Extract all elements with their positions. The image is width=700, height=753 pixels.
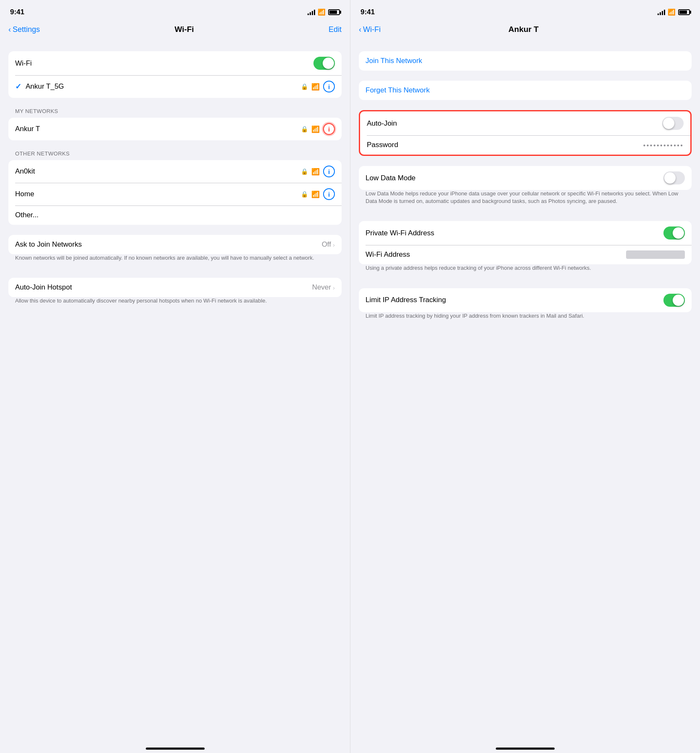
info-button-connected[interactable]: i [323,81,335,92]
private-wifi-row[interactable]: Private Wi-Fi Address [359,221,692,245]
private-wifi-label: Private Wi-Fi Address [366,229,434,237]
forget-network-row[interactable]: Forget This Network [359,81,692,100]
private-wifi-card: Private Wi-Fi Address Wi-Fi Address [359,221,692,264]
low-data-card: Low Data Mode [359,166,692,190]
low-data-row[interactable]: Low Data Mode [359,166,692,190]
chevron-right-hotspot: › [333,284,335,291]
auto-join-password-card: Auto-Join Password ●●●●●●●●●●●● [359,110,692,156]
my-networks-section: MY NETWORKS Ankur T 🔒 📶 i [8,108,342,140]
page-title-wifi: Wi-Fi [174,25,194,34]
ask-to-join-label: Ask to Join Networks [15,240,82,249]
chevron-left-icon-right: ‹ [359,25,361,34]
page-title-ankur-t: Ankur T [508,25,539,34]
time-right: 9:41 [361,8,375,16]
other-label: Other... [15,211,39,219]
ask-to-join-description: Known networks will be joined automatica… [8,254,342,268]
limit-ip-section: Limit IP Address Tracking Limit IP addre… [359,288,692,326]
connected-network-row[interactable]: ✓ Ankur T_5G 🔒 📶 i [8,75,342,98]
ankur-t-icons: 🔒 📶 i [301,123,335,135]
battery-icon-left [328,9,340,15]
back-button-wifi[interactable]: ‹ Wi-Fi [359,25,381,34]
private-wifi-section: Private Wi-Fi Address Wi-Fi Address Usin… [359,221,692,278]
an0kit-label: An0kit [15,167,35,176]
wifi-address-label: Wi-Fi Address [366,250,410,259]
ask-to-join-value: Off › [322,240,335,249]
left-content: Wi-Fi ✓ Ankur T_5G 🔒 📶 i [0,41,350,744]
connected-network-label: Ankur T_5G [26,82,64,91]
wifi-address-value [626,250,685,259]
edit-button[interactable]: Edit [329,25,342,34]
other-networks-label: OTHER NETWORKS [8,150,342,157]
status-bar-right: 9:41 📶 [350,0,700,21]
limit-ip-description: Limit IP address tracking by hiding your… [359,312,692,326]
limit-ip-toggle[interactable] [663,294,685,307]
join-network-label: Join This Network [366,57,422,65]
wifi-toggle-section: Wi-Fi ✓ Ankur T_5G 🔒 📶 i [8,51,342,98]
lock-icon-connected: 🔒 [301,83,308,90]
other-row[interactable]: Other... [8,205,342,225]
wifi-signal-icon-connected: 📶 [311,83,320,91]
other-networks-section: OTHER NETWORKS An0kit 🔒 📶 i Home 🔒 📶 [8,150,342,225]
limit-ip-card: Limit IP Address Tracking [359,288,692,312]
auto-join-hotspot-description: Allow this device to automatically disco… [8,297,342,311]
wifi-signal-ankur-t: 📶 [311,125,320,133]
info-button-home[interactable]: i [323,188,335,200]
wifi-signal-an0kit: 📶 [311,168,320,176]
join-network-row[interactable]: Join This Network [359,51,692,71]
low-data-label: Low Data Mode [366,174,416,182]
join-section: Join This Network [359,51,692,71]
ankur-t-row[interactable]: Ankur T 🔒 📶 i [8,118,342,140]
low-data-toggle[interactable] [663,171,685,184]
lock-icon-an0kit: 🔒 [301,168,308,175]
nav-bar-right: ‹ Wi-Fi Ankur T [350,21,700,41]
low-data-section: Low Data Mode Low Data Mode helps reduce… [359,166,692,211]
password-label: Password [367,141,398,149]
wifi-status-icon-left: 📶 [318,8,326,16]
status-bar-left: 9:41 📶 [0,0,350,21]
wifi-toggle[interactable] [313,57,335,70]
info-button-an0kit[interactable]: i [323,166,335,177]
password-row[interactable]: Password ●●●●●●●●●●●● [360,135,690,155]
wifi-signal-home: 📶 [311,190,320,198]
signal-bars-left [308,9,315,15]
lock-icon-ankur-t: 🔒 [301,126,308,132]
signal-bars-right [658,9,665,15]
ask-to-join-row[interactable]: Ask to Join Networks Off › [8,235,342,254]
home-row[interactable]: Home 🔒 📶 i [8,183,342,205]
password-dots: ●●●●●●●●●●●● [643,143,684,147]
wifi-label: Wi-Fi [15,59,32,68]
status-icons-left: 📶 [308,8,340,16]
auto-join-hotspot-value: Never › [312,283,335,292]
limit-ip-label: Limit IP Address Tracking [366,296,446,304]
ask-to-join-card: Ask to Join Networks Off › [8,235,342,254]
auto-join-hotspot-section: Auto-Join Hotspot Never › Allow this dev… [8,278,342,311]
auto-join-row[interactable]: Auto-Join [360,111,690,135]
back-button-settings[interactable]: ‹ Settings [8,25,40,34]
forget-network-label: Forget This Network [366,86,430,95]
right-panel: 9:41 📶 ‹ Wi-Fi Ankur T [350,0,700,753]
lock-icon-home: 🔒 [301,191,308,197]
my-networks-card: Ankur T 🔒 📶 i [8,118,342,140]
ankur-t-label: Ankur T [15,125,40,133]
chevron-right-ask: › [333,241,335,248]
battery-icon-right [678,9,690,15]
checkmark-icon: ✓ [15,82,21,91]
private-wifi-toggle[interactable] [663,226,685,240]
info-button-ankur-t[interactable]: i [323,123,335,135]
auto-join-hotspot-card: Auto-Join Hotspot Never › [8,278,342,297]
auto-join-password-section: Auto-Join Password ●●●●●●●●●●●● [359,110,692,156]
auto-join-hotspot-row[interactable]: Auto-Join Hotspot Never › [8,278,342,297]
auto-join-toggle[interactable] [662,117,684,130]
wifi-status-icon-right: 📶 [668,8,676,16]
wifi-toggle-card: Wi-Fi ✓ Ankur T_5G 🔒 📶 i [8,51,342,98]
low-data-description: Low Data Mode helps reduce your iPhone d… [359,190,692,211]
time-left: 9:41 [10,8,24,16]
status-icons-right: 📶 [658,8,690,16]
limit-ip-row[interactable]: Limit IP Address Tracking [359,288,692,312]
an0kit-row[interactable]: An0kit 🔒 📶 i [8,160,342,183]
chevron-left-icon: ‹ [8,25,11,34]
wifi-address-row: Wi-Fi Address [359,245,692,264]
wifi-address-description: Using a private address helps reduce tra… [359,264,692,278]
ask-to-join-section: Ask to Join Networks Off › Known network… [8,235,342,268]
auto-join-label: Auto-Join [367,119,397,128]
